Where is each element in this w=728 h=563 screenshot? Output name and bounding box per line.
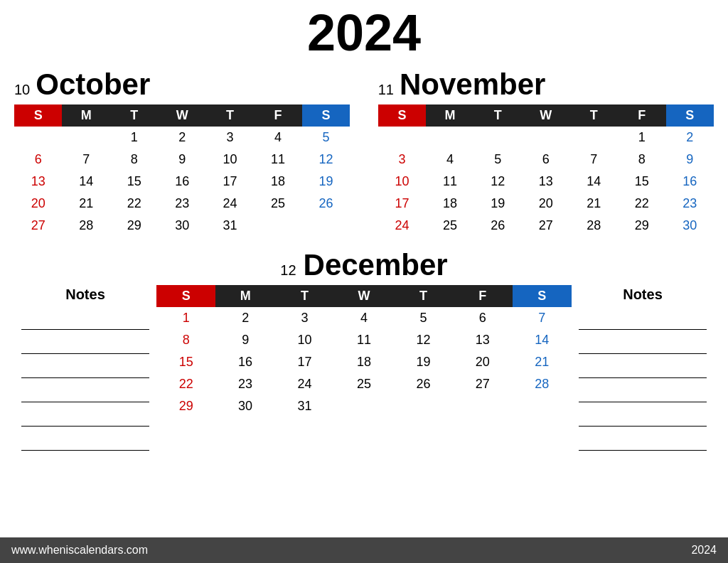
table-cell: 25	[254, 193, 301, 215]
table-cell: 18	[426, 193, 473, 215]
table-cell	[62, 127, 109, 149]
table-cell: 31	[206, 215, 254, 237]
table-cell: 7	[62, 149, 109, 171]
dec-hdr-sun: S	[156, 285, 215, 307]
note-line-4[interactable]	[21, 378, 149, 402]
october-title-row: 10 October	[14, 68, 350, 102]
note-line-2[interactable]	[21, 330, 149, 354]
table-cell: 1	[110, 127, 158, 149]
note-line-6[interactable]	[21, 427, 149, 451]
notes-right-label: Notes	[572, 286, 714, 306]
table-cell: 8	[110, 149, 158, 171]
table-cell: 28	[513, 373, 572, 395]
table-cell: 21	[513, 351, 572, 373]
december-body: 1234567891011121314151617181920212223242…	[156, 307, 572, 417]
table-cell: 17	[206, 171, 254, 193]
table-cell	[14, 127, 62, 149]
table-cell: 9	[215, 329, 274, 351]
october-table: S M T W T F S 12345678910111213141516171…	[14, 104, 350, 237]
table-row: 24252627282930	[378, 215, 714, 237]
november-table: S M T W T F S 12345678910111213141516171…	[378, 104, 714, 237]
note-line-r6[interactable]	[579, 427, 707, 451]
november-num: 11	[378, 82, 394, 98]
table-cell: 13	[14, 171, 62, 193]
december-calendar-wrapper: S M T W T F S 12345678910111213141516171…	[156, 285, 572, 417]
dec-hdr-tue: T	[275, 285, 334, 307]
note-line-1[interactable]	[21, 306, 149, 330]
note-line-r1[interactable]	[579, 306, 707, 330]
october-block: 10 October S M T W T F S 123456789101	[14, 68, 350, 237]
table-cell	[474, 127, 522, 149]
table-cell: 23	[158, 193, 205, 215]
table-cell: 18	[254, 171, 301, 193]
table-cell: 21	[62, 193, 109, 215]
nov-hdr-sun: S	[378, 104, 426, 127]
table-cell: 23	[215, 373, 274, 395]
table-cell: 14	[570, 171, 618, 193]
oct-hdr-thu: T	[206, 104, 254, 127]
table-cell: 24	[206, 193, 254, 215]
table-cell: 30	[158, 215, 205, 237]
table-cell: 26	[302, 193, 350, 215]
table-cell: 8	[156, 329, 215, 351]
table-cell: 11	[426, 171, 473, 193]
note-line-5[interactable]	[21, 402, 149, 427]
december-num: 12	[280, 262, 296, 279]
top-months-row: 10 October S M T W T F S 123456789101	[14, 68, 714, 237]
table-cell: 15	[618, 171, 665, 193]
november-header-row: S M T W T F S	[378, 104, 714, 127]
table-cell: 20	[522, 193, 569, 215]
table-cell: 27	[14, 215, 62, 237]
table-cell	[426, 127, 473, 149]
table-cell: 6	[14, 149, 62, 171]
note-line-r2[interactable]	[579, 330, 707, 354]
table-cell: 1	[156, 307, 215, 329]
december-header-row: 12 December	[14, 248, 714, 282]
table-cell: 16	[215, 351, 274, 373]
table-cell: 16	[666, 171, 714, 193]
note-line-r3[interactable]	[579, 354, 707, 378]
table-cell	[570, 127, 618, 149]
nov-hdr-thu: T	[570, 104, 618, 127]
table-row: 3456789	[378, 149, 714, 171]
table-row: 12	[378, 127, 714, 149]
table-cell: 3	[206, 127, 254, 149]
table-cell: 10	[378, 171, 426, 193]
table-cell	[394, 395, 453, 417]
december-header-row: S M T W T F S	[156, 285, 572, 307]
table-cell: 14	[62, 171, 109, 193]
table-cell: 29	[110, 215, 158, 237]
note-line-r5[interactable]	[579, 402, 707, 427]
table-cell: 21	[570, 193, 618, 215]
note-line-r4[interactable]	[579, 378, 707, 402]
oct-hdr-tue: T	[110, 104, 158, 127]
table-row: 891011121314	[156, 329, 572, 351]
table-row: 10111213141516	[378, 171, 714, 193]
table-cell: 24	[378, 215, 426, 237]
table-cell	[453, 395, 512, 417]
nov-hdr-sat: S	[666, 104, 714, 127]
table-cell: 2	[158, 127, 205, 149]
table-cell: 4	[426, 149, 473, 171]
table-cell: 19	[474, 193, 522, 215]
table-cell: 12	[474, 171, 522, 193]
oct-hdr-sat: S	[302, 104, 350, 127]
table-cell: 31	[275, 395, 334, 417]
table-cell: 2	[666, 127, 714, 149]
nov-hdr-tue: T	[474, 104, 522, 127]
notes-left-label: Notes	[14, 286, 156, 306]
nov-hdr-fri: F	[618, 104, 665, 127]
december-with-notes: Notes S M T	[14, 285, 714, 451]
table-cell: 27	[453, 373, 512, 395]
table-cell: 5	[302, 127, 350, 149]
table-cell: 5	[394, 307, 453, 329]
footer-website: www.wheniscalendars.com	[11, 544, 148, 557]
table-row: 1234567	[156, 307, 572, 329]
table-cell: 11	[254, 149, 301, 171]
dec-hdr-wed: W	[334, 285, 393, 307]
table-cell: 29	[618, 215, 665, 237]
table-cell: 17	[275, 351, 334, 373]
note-line-3[interactable]	[21, 354, 149, 378]
table-cell: 10	[206, 149, 254, 171]
table-cell: 2	[215, 307, 274, 329]
